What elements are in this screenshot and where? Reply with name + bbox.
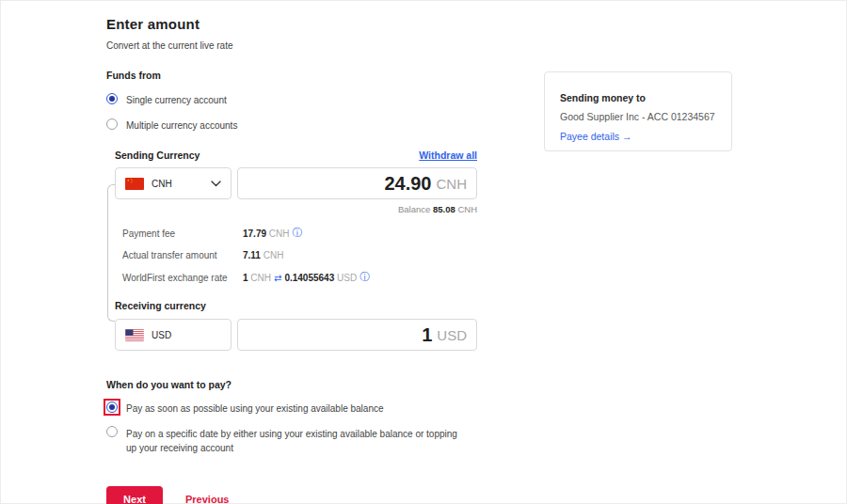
radio-label: Pay on a specific date by either using y… — [126, 426, 463, 456]
payment-fee-label: Payment fee — [122, 228, 243, 239]
rate-from-amount: 1 — [243, 273, 248, 283]
withdraw-all-link[interactable]: Withdraw all — [419, 150, 477, 161]
receiving-amount-unit: USD — [437, 327, 467, 343]
radio-button-icon[interactable] — [106, 118, 118, 130]
radio-pay-specific-date[interactable]: Pay on a specific date by either using y… — [106, 426, 477, 456]
radio-label: Single currency account — [126, 93, 227, 106]
payee-summary-card: Sending money to Good Supplier Inc - ACC… — [544, 71, 732, 151]
rate-to-unit: USD — [337, 273, 357, 283]
funds-from-label: Funds from — [106, 70, 477, 81]
arrow-right-icon: → — [622, 131, 632, 142]
form-actions: Next Previous — [106, 486, 477, 504]
sending-amount-unit: CNH — [437, 176, 468, 192]
receiving-currency-select[interactable]: USD — [115, 319, 232, 351]
sending-amount-value: 24.90 — [384, 173, 431, 195]
rate-to-amount: 0.14055643 — [284, 273, 334, 283]
receiving-currency-row: USD 1 USD — [115, 319, 477, 351]
exchange-rate-value: 1 CNH⇄0.14055643 USD — [243, 273, 357, 283]
radio-pay-asap[interactable]: Pay as soon as possible using your exist… — [106, 402, 477, 415]
actual-transfer-row: Actual transfer amount 7.11 CNH — [122, 250, 477, 260]
sending-currency-row: CNH 24.90 CNH — [115, 167, 477, 199]
payee-card-title: Sending money to — [560, 92, 716, 103]
payment-fee-value: 17.79 CNH — [243, 228, 289, 239]
next-button[interactable]: Next — [106, 486, 163, 504]
chevron-down-icon — [211, 181, 221, 187]
payee-name: Good Supplier Inc - ACC 01234567 — [560, 111, 716, 122]
page-subtitle: Convert at the current live rate — [106, 40, 477, 51]
sending-currency-select[interactable]: CNH — [115, 167, 232, 199]
actual-transfer-label: Actual transfer amount — [122, 250, 243, 260]
china-flag-icon — [125, 178, 144, 190]
receiving-amount-input[interactable]: 1 USD — [237, 319, 477, 351]
radio-button-icon[interactable] — [106, 426, 118, 437]
fee-unit: CNH — [264, 250, 284, 260]
radio-button-icon[interactable] — [106, 93, 118, 104]
radio-single-currency-account[interactable]: Single currency account — [106, 93, 477, 106]
funds-from-section: Funds from Single currency account Multi… — [106, 70, 477, 132]
radio-label: Pay as soon as possible using your exist… — [126, 402, 384, 415]
receiving-currency-label: Receiving currency — [115, 300, 477, 311]
currency-converter: Sending Currency Withdraw all CNH — [115, 150, 477, 351]
fee-amount: 17.79 — [243, 228, 266, 239]
balance-unit: CNH — [457, 204, 477, 214]
rate-from-unit: CNH — [250, 273, 271, 283]
radio-label: Multiple currency accounts — [126, 118, 237, 132]
currency-link-bracket — [107, 184, 115, 322]
exchange-rate-label: WorldFirst exchange rate — [122, 273, 243, 283]
swap-icon: ⇄ — [274, 273, 281, 283]
payee-details-label: Payee details — [560, 131, 619, 142]
receiving-currency-code: USD — [152, 330, 171, 340]
sending-currency-label: Sending Currency — [115, 150, 200, 161]
actual-transfer-value: 7.11 CNH — [243, 250, 283, 260]
fee-amount: 7.11 — [243, 250, 261, 260]
fee-unit: CNH — [269, 228, 290, 239]
receiving-amount-value: 1 — [422, 324, 432, 346]
enter-amount-screen: Enter amount Convert at the current live… — [0, 0, 847, 504]
transfer-form: Enter amount Convert at the current live… — [106, 16, 477, 504]
balance-line: Balance 85.08 CNH — [115, 204, 477, 214]
info-icon[interactable]: ⓘ — [360, 271, 370, 284]
fee-details: Payment fee 17.79 CNH ⓘ Actual transfer … — [115, 214, 477, 298]
sending-currency-code: CNH — [152, 179, 172, 189]
radio-button-icon[interactable] — [106, 402, 118, 413]
sending-currency-header: Sending Currency Withdraw all — [115, 150, 477, 161]
info-icon[interactable]: ⓘ — [292, 227, 302, 240]
balance-amount: 85.08 — [433, 204, 455, 214]
radio-multiple-currency-accounts[interactable]: Multiple currency accounts — [106, 118, 477, 132]
click-annotation-highlight — [104, 399, 120, 416]
us-flag-icon — [125, 329, 144, 341]
payee-details-link[interactable]: Payee details → — [560, 131, 631, 142]
previous-button[interactable]: Previous — [185, 494, 229, 504]
payment-fee-row: Payment fee 17.79 CNH ⓘ — [122, 227, 477, 240]
sending-amount-input[interactable]: 24.90 CNH — [237, 167, 477, 199]
exchange-rate-row: WorldFirst exchange rate 1 CNH⇄0.1405564… — [122, 271, 477, 284]
page-title: Enter amount — [106, 16, 477, 32]
pay-when-label: When do you want to pay? — [106, 379, 477, 390]
pay-when-section: When do you want to pay? Pay as soon as … — [106, 379, 477, 456]
balance-label: Balance — [398, 204, 430, 214]
